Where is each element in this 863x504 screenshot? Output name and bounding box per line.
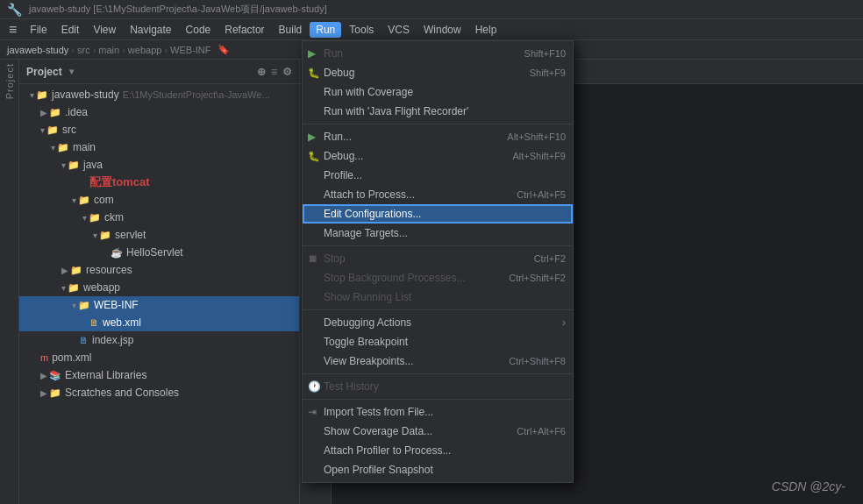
dd-run-dots-label: Run... xyxy=(324,131,352,143)
breadcrumb-part-1[interactable]: javaweb-study xyxy=(7,45,68,55)
main-arrow-icon: ▾ xyxy=(51,143,55,153)
dd-run-dots[interactable]: ▶ Run... Alt+Shift+F10 xyxy=(303,127,573,146)
dd-debug[interactable]: 🐛 Debug Shift+F9 xyxy=(303,63,573,82)
tree-webapp[interactable]: ▾ 📁 webapp xyxy=(19,279,299,296)
breadcrumb-part-3[interactable]: main xyxy=(98,45,119,55)
resources-label: resources xyxy=(86,264,132,276)
menu-edit[interactable]: Edit xyxy=(55,22,86,38)
menu-window[interactable]: Window xyxy=(417,22,467,38)
dd-toggle-bp[interactable]: Toggle Breakpoint xyxy=(303,332,573,351)
dd-stop-bg[interactable]: Stop Background Processes... Ctrl+Shift+… xyxy=(303,268,573,287)
dd-attach-label: Attach to Process... xyxy=(324,188,415,201)
project-label[interactable]: Project xyxy=(4,63,15,99)
dd-run-flight[interactable]: Run with 'Java Flight Recorder' xyxy=(303,102,573,121)
tree-pomxml[interactable]: m pom.xml xyxy=(19,349,299,366)
tree-helloservlet[interactable]: ☕ HelloServlet xyxy=(19,244,299,261)
dd-show-running[interactable]: Show Running List xyxy=(303,287,573,307)
tree-com[interactable]: ▾ 📁 com xyxy=(19,191,299,209)
dropdown-arrow-icon[interactable]: ▾ xyxy=(69,67,74,76)
tree-src[interactable]: ▾ 📁 src xyxy=(19,121,299,138)
dd-stop-bg-label: Stop Background Processes... xyxy=(324,272,465,284)
helloservlet-icon: ☕ xyxy=(111,247,123,259)
breadcrumb-part-2[interactable]: src xyxy=(77,45,90,55)
menu-view[interactable]: View xyxy=(87,22,122,38)
webinf-arrow-icon: ▾ xyxy=(72,301,76,310)
menu-code[interactable]: Code xyxy=(180,22,218,38)
dd-profile[interactable]: Profile... xyxy=(303,166,573,185)
tree-webinf[interactable]: ▾ 📁 WEB-INF xyxy=(19,296,299,314)
java-arrow-icon: ▾ xyxy=(61,160,66,170)
app-menu-item[interactable]: ≡ xyxy=(4,22,22,38)
menu-run[interactable]: Run xyxy=(310,22,341,38)
servlet-folder-icon: 📁 xyxy=(99,230,111,241)
tree-servlet[interactable]: ▾ 📁 servlet xyxy=(19,226,299,244)
main-label: main xyxy=(73,141,96,153)
dd-toggle-bp-label: Toggle Breakpoint xyxy=(324,336,408,348)
collapse-icon[interactable]: ≡ xyxy=(271,66,277,78)
dd-attach[interactable]: Attach to Process... Ctrl+Alt+F5 xyxy=(303,185,573,204)
dd-test-history[interactable]: 🕐 Test History xyxy=(303,377,573,396)
dd-stop-label: Stop xyxy=(324,252,346,265)
tree-area: ▾ 📁 javaweb-study E:\1MyStudentProject\a… xyxy=(19,84,299,504)
scratches-arrow-icon: ▶ xyxy=(40,388,47,398)
com-arrow-icon: ▾ xyxy=(72,195,76,205)
tree-java-folder[interactable]: ▾ 📁 java xyxy=(19,156,299,174)
settings-icon[interactable]: ⚙ xyxy=(282,66,292,78)
dd-stop-shortcut: Ctrl+F2 xyxy=(534,253,566,264)
tree-resources[interactable]: ▶ 📁 resources xyxy=(19,261,299,279)
dd-show-coverage-label: Show Coverage Data... xyxy=(324,425,432,437)
dd-debug-dots[interactable]: 🐛 Debug... Alt+Shift+F9 xyxy=(303,146,573,166)
dd-show-coverage[interactable]: Show Coverage Data... Ctrl+Alt+F6 xyxy=(303,422,573,441)
menu-tools[interactable]: Tools xyxy=(343,22,380,38)
dd-attach-profiler[interactable]: Attach Profiler to Process... xyxy=(303,441,573,460)
run-icon: ▶ xyxy=(308,47,316,60)
dd-manage-targets[interactable]: Manage Targets... xyxy=(303,224,573,243)
dd-stop-bg-shortcut: Ctrl+Shift+F2 xyxy=(509,273,566,283)
project-panel-title: Project xyxy=(26,66,62,78)
title-text: javaweb-study [E:\1MyStudentProject\a-Ja… xyxy=(29,3,327,16)
dd-edit-configs[interactable]: Edit Configurations... xyxy=(303,204,573,224)
src-label: src xyxy=(62,124,76,136)
tomcat-text: 配置tomcat xyxy=(89,174,150,190)
dd-run[interactable]: ▶ Run Shift+F10 xyxy=(303,44,573,63)
pomxml-label: pom.xml xyxy=(52,351,91,364)
java-label: java xyxy=(83,159,103,171)
dd-test-history-label: Test History xyxy=(324,380,379,393)
dd-debug-shortcut: Shift+F9 xyxy=(530,67,566,78)
tree-scratches[interactable]: ▶ 📁 Scratches and Consoles xyxy=(19,384,299,401)
tree-root[interactable]: ▾ 📁 javaweb-study E:\1MyStudentProject\a… xyxy=(19,86,299,103)
dd-stop[interactable]: ⏹ Stop Ctrl+F2 xyxy=(303,249,573,268)
menu-help[interactable]: Help xyxy=(469,22,503,38)
menu-file[interactable]: File xyxy=(24,22,53,38)
tree-idea[interactable]: ▶ 📁 .idea xyxy=(19,103,299,121)
scratches-label: Scratches and Consoles xyxy=(65,387,179,399)
breadcrumb-part-4[interactable]: webapp xyxy=(128,45,162,55)
com-label: com xyxy=(94,194,114,206)
run-dropdown-menu: ▶ Run Shift+F10 🐛 Debug Shift+F9 Run wit… xyxy=(302,40,574,483)
tree-webxml[interactable]: 🗎 web.xml xyxy=(19,314,299,331)
com-folder-icon: 📁 xyxy=(78,195,90,206)
menu-refactor[interactable]: Refactor xyxy=(218,22,270,38)
menu-build[interactable]: Build xyxy=(273,22,309,38)
menu-navigate[interactable]: Navigate xyxy=(124,22,177,38)
dd-show-coverage-shortcut: Ctrl+Alt+F6 xyxy=(517,426,566,437)
dd-section-1: ▶ Run Shift+F10 🐛 Debug Shift+F9 Run wit… xyxy=(303,41,573,124)
dd-run-coverage[interactable]: Run with Coverage xyxy=(303,82,573,102)
pomxml-icon: m xyxy=(40,352,48,363)
tree-ext-libs[interactable]: ▶ 📚 External Libraries xyxy=(19,366,299,384)
menu-vcs[interactable]: VCS xyxy=(382,22,416,38)
tree-ckm[interactable]: ▾ 📁 ckm xyxy=(19,209,299,226)
dd-import-tests[interactable]: ⇥ Import Tests from File... xyxy=(303,402,573,422)
breadcrumb-part-5[interactable]: WEB-INF xyxy=(170,45,210,55)
servlet-label: servlet xyxy=(115,229,146,241)
debug-icon: 🐛 xyxy=(308,67,320,79)
dd-edit-configs-label: Edit Configurations... xyxy=(324,208,421,220)
tree-main[interactable]: ▾ 📁 main xyxy=(19,138,299,156)
dd-debug-actions[interactable]: Debugging Actions › xyxy=(303,313,573,332)
dd-view-bp[interactable]: View Breakpoints... Ctrl+Shift+F8 xyxy=(303,351,573,371)
resources-arrow-icon: ▶ xyxy=(61,266,68,275)
dd-open-profiler[interactable]: Open Profiler Snapshot xyxy=(303,460,573,479)
tree-indexjsp[interactable]: 🗎 index.jsp xyxy=(19,331,299,349)
dd-view-bp-shortcut: Ctrl+Shift+F8 xyxy=(509,356,566,366)
locate-icon[interactable]: ⊕ xyxy=(257,66,266,78)
